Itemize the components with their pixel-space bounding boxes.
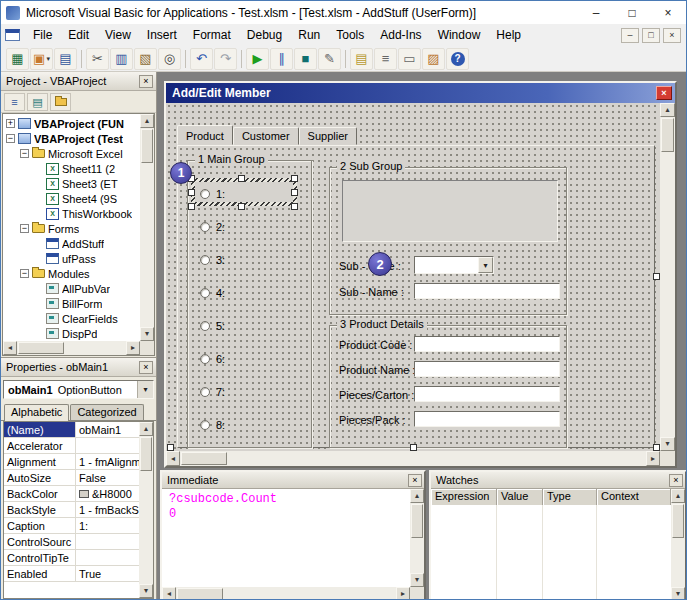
toolbox-icon[interactable]: ▨ — [422, 48, 445, 70]
menu-edit[interactable]: Edit — [60, 25, 97, 45]
page-tab-customer[interactable]: Customer — [233, 127, 299, 145]
properties-close-button[interactable]: × — [139, 361, 153, 374]
find-icon[interactable]: ◎ — [158, 48, 181, 70]
form-resize-handle[interactable] — [653, 273, 660, 280]
tree-item-clearfields[interactable]: ClearFields — [3, 311, 140, 326]
sub-name-textbox[interactable] — [414, 283, 560, 299]
property-value[interactable] — [76, 438, 139, 453]
immediate-input-area[interactable]: ?csubcode.Count0 — [162, 489, 410, 587]
pieces-carton-textbox[interactable] — [414, 386, 560, 402]
help-icon[interactable]: ? — [446, 48, 469, 70]
close-button[interactable]: × — [650, 1, 686, 24]
property-row-backcolor[interactable]: BackColor&H8000 — [4, 486, 139, 502]
property-value[interactable]: True — [76, 566, 139, 581]
undo-icon[interactable]: ↶ — [190, 48, 213, 70]
userform-titlebar[interactable]: Add/Edit Member × — [166, 83, 675, 103]
menu-run[interactable]: Run — [290, 25, 328, 45]
form-resize-handle[interactable] — [653, 444, 660, 451]
object-selector-combobox[interactable]: obMain1 OptionButton — [3, 380, 154, 399]
selection-handle[interactable] — [238, 203, 245, 210]
scroll-up-icon[interactable] — [671, 489, 685, 503]
immediate-vertical-scrollbar[interactable] — [410, 489, 424, 587]
form-resize-handle[interactable] — [167, 444, 174, 451]
selection-handle[interactable] — [188, 203, 195, 210]
break-icon[interactable]: ∥ — [270, 48, 293, 70]
view-code-button[interactable] — [4, 93, 25, 111]
collapse-icon[interactable]: − — [20, 149, 29, 158]
properties-tab-alphabetic[interactable]: Alphabetic — [4, 404, 69, 421]
property-row-accelerator[interactable]: Accelerator — [4, 438, 139, 454]
scrollbar-thumb[interactable] — [411, 504, 423, 538]
scrollbar-thumb[interactable] — [18, 342, 64, 354]
menu-tools[interactable]: Tools — [328, 25, 372, 45]
sub-group-frame[interactable]: 2 Sub Group Sub - Code : Sub - Name : 2 — [329, 167, 567, 315]
scroll-down-icon[interactable] — [140, 327, 154, 341]
tree-item-addstuff[interactable]: AddStuff — [3, 236, 140, 251]
tree-item-ufpass[interactable]: ufPass — [3, 251, 140, 266]
watches-titlebar[interactable]: Watches × — [431, 472, 685, 489]
project-panel-header[interactable]: Project - VBAProject × — [1, 72, 156, 91]
menu-format[interactable]: Format — [185, 25, 239, 45]
scroll-up-icon[interactable] — [139, 422, 153, 436]
tree-item-billform[interactable]: BillForm — [3, 296, 140, 311]
project-tree-vertical-scrollbar[interactable] — [140, 114, 154, 341]
property-value[interactable] — [76, 550, 139, 565]
main-group-frame[interactable]: 1 Main Group 1:2:3:4:5:6:7:8: — [187, 160, 312, 448]
object-browser-icon[interactable]: ▭ — [398, 48, 421, 70]
minimize-button[interactable]: – — [578, 1, 614, 24]
option-button-4[interactable]: 4: — [188, 276, 311, 309]
scroll-down-icon[interactable] — [410, 573, 424, 587]
watches-vertical-scrollbar[interactable] — [671, 489, 685, 599]
property-value[interactable]: 1 - fmAlignm — [76, 454, 139, 469]
view-object-button[interactable] — [27, 93, 48, 111]
run-icon[interactable]: ▶ — [246, 48, 269, 70]
option-button-3[interactable]: 3: — [188, 243, 311, 276]
immediate-titlebar[interactable]: Immediate × — [162, 472, 424, 489]
scroll-right-icon[interactable] — [396, 587, 410, 599]
reset-icon[interactable]: ■ — [294, 48, 317, 70]
menu-insert[interactable]: Insert — [139, 25, 185, 45]
immediate-close-button[interactable]: × — [408, 474, 422, 487]
collapse-icon[interactable]: − — [20, 269, 29, 278]
scroll-down-icon[interactable] — [660, 437, 675, 451]
scroll-down-icon[interactable] — [139, 584, 153, 598]
redo-icon[interactable]: ↷ — [214, 48, 237, 70]
project-close-button[interactable]: × — [139, 75, 153, 88]
menu-window[interactable]: Window — [430, 25, 489, 45]
tree-item-sheet3-et[interactable]: XSheet3 (ET — [3, 176, 140, 191]
property-value[interactable] — [76, 534, 139, 549]
designer-vertical-scrollbar[interactable] — [660, 103, 675, 451]
maximize-button[interactable]: □ — [614, 1, 650, 24]
project-explorer-icon[interactable]: ▤ — [350, 48, 373, 70]
property-row-autosize[interactable]: AutoSizeFalse — [4, 470, 139, 486]
scroll-left-icon[interactable] — [162, 587, 176, 599]
properties-panel-header[interactable]: Properties - obMain1 × — [1, 358, 156, 377]
combobox-dropdown-icon[interactable] — [137, 381, 153, 398]
collapse-icon[interactable]: − — [20, 224, 29, 233]
tree-item-allpubvar[interactable]: AllPubVar — [3, 281, 140, 296]
property-row-controltipte[interactable]: ControlTipTe — [4, 550, 139, 566]
property-row-name[interactable]: (Name)obMain1 — [4, 422, 139, 438]
scroll-down-icon[interactable] — [671, 587, 685, 599]
tree-item-modules[interactable]: −Modules — [3, 266, 140, 281]
menu-file[interactable]: File — [25, 25, 60, 45]
page-tab-supplier[interactable]: Supplier — [299, 127, 357, 145]
tree-item-sheet4-9s[interactable]: XSheet4 (9S — [3, 191, 140, 206]
option-button-6[interactable]: 6: — [188, 342, 311, 375]
menu-debug[interactable]: Debug — [239, 25, 290, 45]
pieces-pack-textbox[interactable] — [414, 411, 560, 427]
menu-help[interactable]: Help — [488, 25, 529, 45]
child-close-button[interactable]: × — [663, 28, 681, 43]
property-row-caption[interactable]: Caption1: — [4, 518, 139, 534]
tree-item-disppd[interactable]: DispPd — [3, 326, 140, 341]
selection-handle[interactable] — [291, 189, 298, 196]
option-button-8[interactable]: 8: — [188, 408, 311, 441]
option-button-7[interactable]: 7: — [188, 375, 311, 408]
scroll-left-icon[interactable] — [3, 341, 17, 355]
tree-item-sheet11-2[interactable]: XSheet11 (2 — [3, 161, 140, 176]
tree-item-thisworkbook[interactable]: XThisWorkbook — [3, 206, 140, 221]
watches-close-button[interactable]: × — [669, 474, 683, 487]
scrollbar-thumb[interactable] — [140, 437, 152, 471]
property-value[interactable]: 1 - fmBackS — [76, 502, 139, 517]
option-button-1[interactable]: 1: — [188, 177, 311, 210]
